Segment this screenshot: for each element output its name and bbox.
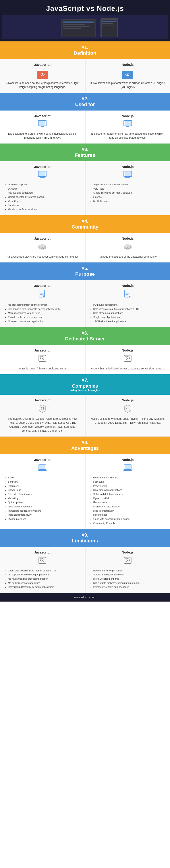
used-for-node-icon <box>90 120 166 130</box>
community-node-title: Node.js <box>90 237 166 240</box>
list-item: Richer interfaces <box>8 517 80 521</box>
list-item: Less server interaction <box>8 504 80 509</box>
section-used-for: #2. Used for Javascript It is designed t… <box>0 93 170 144</box>
definition-comparison: Javascript </> Javascript is an open sou… <box>0 59 170 93</box>
list-item: Interpreted differently by different bro… <box>8 585 80 589</box>
svg-rect-23 <box>39 172 45 176</box>
definition-js-icon: </> <box>4 69 80 79</box>
list-item: More responsive web applications <box>8 319 80 323</box>
section-title-companies: #7. Companies using these technologies <box>2 377 168 392</box>
advantages-node-list: Go with data streaming Fast suite Proxy … <box>90 475 166 525</box>
dedicated-server-node-icon <box>90 354 166 364</box>
limitations-js-col: Javascript Client side doesn't allow rea… <box>0 547 86 593</box>
svg-rect-73 <box>125 558 127 559</box>
cloud-icon-js <box>37 243 47 250</box>
footer-url: www.educba.com <box>74 596 96 599</box>
list-item: Popularity <box>8 484 80 488</box>
list-item: More Development time <box>93 577 166 581</box>
section-definition: #1. Definition Javascript </> Javascript… <box>0 41 170 93</box>
limitations-node-list: Bad concurrency primitives Single thread… <box>90 568 166 589</box>
svg-point-72 <box>127 560 128 561</box>
list-item: Easy to code <box>93 500 166 504</box>
list-item: Simplicity <box>8 480 80 484</box>
advantages-node-title: Node.js <box>90 458 166 462</box>
community-comparison: Javascript All javascript projects are n… <box>0 233 170 262</box>
section-title-features: #3. Features <box>2 147 168 158</box>
disk-icon-node <box>123 354 132 362</box>
companies-js-col: Javascript JS Thumbtack, LiveRamp, Googl… <box>0 395 86 437</box>
disk-icon-js <box>38 354 47 362</box>
list-item: Quick updates <box>8 500 80 504</box>
companies-js-title: Javascript <box>4 398 80 402</box>
monitor-icon-features-node <box>123 171 132 178</box>
list-item: No multiprocessor capabilities <box>8 581 80 585</box>
svg-rect-25 <box>126 177 129 178</box>
svg-rect-65 <box>126 469 129 470</box>
svg-rect-26 <box>125 178 130 178</box>
list-item: Hosting deal <box>93 513 166 517</box>
purpose-js-title: Javascript <box>4 284 80 287</box>
disk-icon-limitations-js <box>38 556 47 564</box>
features-node-icon <box>90 171 166 180</box>
limitations-node-col: Node.js Bad concurrency primitives Singl… <box>86 547 170 593</box>
list-item: Functional <box>8 203 80 207</box>
section-header-features: #3. Features <box>0 144 170 161</box>
limitations-js-icon <box>4 556 80 566</box>
section-advantages: #8. Advantages Javascript Speed Simplici… <box>0 437 170 529</box>
section-purpose: #5. Purpose Javascript No processing str… <box>0 262 170 327</box>
used-for-js-col: Javascript It is designed to create netw… <box>0 111 86 144</box>
svg-rect-5 <box>63 28 80 29</box>
list-item: Versatility <box>8 199 80 203</box>
companies-js-text: Thumbtack, LiveRamp, Google, Accenture, … <box>4 417 80 433</box>
used-for-node-title: Node.js <box>90 114 166 118</box>
page-title: JavaScript vs Node.js <box>2 4 168 12</box>
purpose-js-list: No processing strain on the browser Inex… <box>4 303 80 323</box>
community-node-col: Node.js All node projects are of the Jav… <box>86 233 170 262</box>
dedicated-server-js-col: Javascript Javascript doesn't have a ded… <box>0 345 86 374</box>
definition-js-title: Javascript <box>4 63 80 66</box>
code-icon-js: </> <box>37 71 48 79</box>
limitations-node-title: Node.js <box>90 550 166 554</box>
list-item: Provides a better user experience <box>8 315 80 319</box>
section-header-dedicated-server: #6. Dedicated Server <box>0 327 170 345</box>
hero-svg <box>47 17 123 37</box>
features-comparison: Javascript Universal support Dynamic Int… <box>0 161 170 215</box>
list-item: Very Fast <box>93 187 166 191</box>
list-item: Universal support <box>8 183 80 187</box>
section-title-community: #4. Community <box>2 218 168 230</box>
purpose-node-col: Node.js I/O bound applications Data inte… <box>86 280 170 327</box>
section-title-advantages: #8. Advantages <box>2 440 168 451</box>
list-item: Inexpensive with respect to server netwo… <box>8 307 80 311</box>
svg-point-50 <box>42 358 43 359</box>
used-for-comparison: Javascript It is designed to create netw… <box>0 111 170 144</box>
section-limitations: #9. Limitations Javascript Client side d… <box>0 529 170 593</box>
page-footer: www.educba.com <box>0 593 170 601</box>
section-features: #3. Features Javascript Universal suppor… <box>0 144 170 215</box>
svg-rect-19 <box>125 121 131 125</box>
features-node-list: Asynchronous and Event driven Very Fast … <box>90 183 166 203</box>
svg-rect-59 <box>39 465 45 469</box>
features-js-icon <box>4 171 80 180</box>
svg-rect-21 <box>41 177 44 178</box>
companies-node-text: Netflix, LinkedIn, Walmart, Uber, Paypal… <box>90 417 166 425</box>
svg-rect-8 <box>102 21 116 22</box>
list-item: More responsive for end user <box>8 311 80 315</box>
svg-point-54 <box>127 358 128 359</box>
list-item: Immaturity of tools and packages <box>93 585 166 589</box>
features-js-list: Universal support Dynamic Intuitive and … <box>4 183 80 212</box>
companies-node-col: Node.js N Netflix, LinkedIn, Walmart, Ub… <box>86 395 170 437</box>
svg-rect-14 <box>40 127 45 127</box>
community-node-text: All node projects are of the Javascript … <box>90 255 166 259</box>
list-item: Intuitive and structured <box>8 191 80 195</box>
companies-node-icon: N <box>90 404 166 414</box>
section-title-dedicated-server: #6. Dedicated Server <box>2 330 168 342</box>
dedicated-server-js-icon <box>4 354 80 364</box>
advantages-js-col: Javascript Speed Simplicity Popularity S… <box>0 454 86 529</box>
section-header-limitations: #9. Limitations <box>0 529 170 547</box>
used-for-js-icon <box>4 120 80 130</box>
section-header-purpose: #5. Purpose <box>0 262 170 280</box>
list-item: In charge of proxy server <box>93 504 166 509</box>
svg-rect-63 <box>125 465 131 469</box>
definition-js-text: Javascript is an open source, cross plat… <box>4 81 80 89</box>
svg-rect-18 <box>125 127 130 127</box>
